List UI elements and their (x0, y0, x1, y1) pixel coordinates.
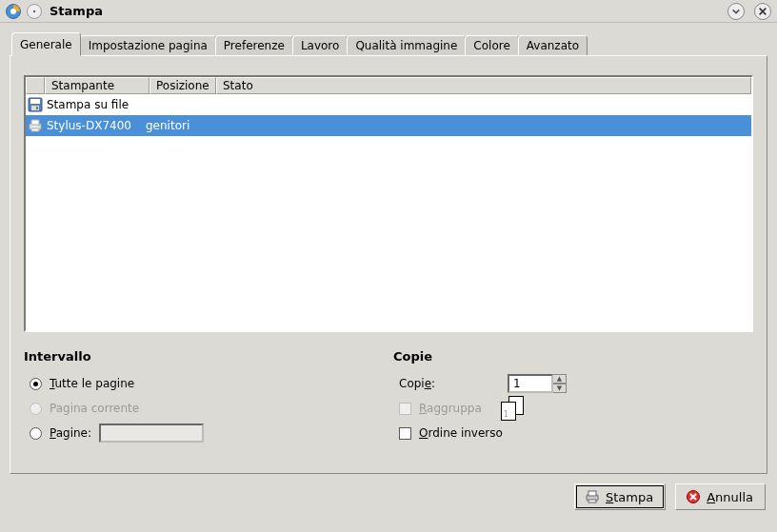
cancel-icon (686, 489, 701, 504)
printer-icon (585, 489, 600, 504)
tab-panel-general: Stampante Posizione Stato Stampa su file (10, 55, 767, 474)
svg-point-2 (33, 10, 35, 11)
col-state[interactable]: Stato (216, 77, 751, 94)
collate-label: Raggruppa (419, 402, 482, 415)
reverse-row[interactable]: Ordine inverso (393, 421, 753, 445)
range-pages[interactable]: Pagine: (24, 421, 384, 445)
cancel-button[interactable]: Annulla (675, 483, 766, 510)
collate-icon: 2 1 (501, 396, 526, 421)
printer-list[interactable]: Stampante Posizione Stato Stampa su file (24, 75, 753, 332)
range-group: Intervallo Tutte le pagine Pagina corren… (24, 349, 384, 445)
svg-rect-8 (31, 120, 39, 125)
copies-group: Copie Copie: ▲ ▼ Raggruppa 2 (393, 349, 753, 445)
copies-input[interactable] (508, 374, 553, 393)
tab-image-quality[interactable]: Qualità immagine (347, 35, 466, 55)
svg-rect-9 (31, 128, 39, 131)
print-button-label: Stampa (606, 490, 653, 504)
col-location[interactable]: Posizione (149, 77, 216, 94)
tab-preferences[interactable]: Preferenze (215, 35, 293, 55)
window-title: Stampa (50, 4, 103, 18)
svg-rect-12 (588, 491, 596, 496)
save-to-file-icon (28, 97, 43, 112)
copies-heading: Copie (393, 349, 753, 364)
printer-list-body: Stampa su file Stylus-DX7400 genitori (26, 94, 751, 136)
dialog-body: Generale Impostazione pagina Preferenze … (0, 23, 777, 518)
radio-icon (30, 403, 42, 415)
printer-list-header: Stampante Posizione Stato (26, 77, 751, 94)
print-button[interactable]: Stampa (574, 483, 666, 510)
range-all[interactable]: Tutte le pagine (24, 371, 384, 396)
svg-point-1 (10, 9, 16, 14)
reverse-label: Ordine inverso (419, 426, 503, 440)
svg-rect-6 (36, 107, 38, 109)
col-icon[interactable] (26, 77, 45, 94)
svg-rect-4 (30, 99, 40, 104)
svg-point-10 (38, 125, 40, 127)
printer-location: genitori (146, 119, 189, 132)
spin-down[interactable]: ▼ (553, 384, 567, 393)
copies-label: Copie: (393, 377, 508, 390)
checkbox-icon (399, 403, 411, 415)
spin-up[interactable]: ▲ (553, 374, 567, 384)
printer-icon (28, 118, 43, 133)
cancel-button-label: Annulla (707, 490, 753, 504)
range-pages-label: Pagine: (50, 426, 91, 440)
radio-icon (30, 427, 42, 440)
printer-row[interactable]: Stylus-DX7400 genitori (26, 115, 751, 136)
printer-name: Stampa su file (47, 98, 129, 111)
checkbox-icon (399, 427, 411, 440)
app-icon (6, 4, 21, 19)
range-heading: Intervallo (24, 349, 384, 364)
range-all-label: Tutte le pagine (50, 377, 134, 390)
tab-color[interactable]: Colore (465, 35, 518, 55)
copies-spinner[interactable]: ▲ ▼ (508, 374, 567, 393)
tab-advanced[interactable]: Avanzato (518, 35, 588, 55)
radio-icon (30, 378, 42, 390)
tab-bar: Generale Impostazione pagina Preferenze … (10, 32, 767, 55)
tab-job[interactable]: Lavoro (292, 35, 349, 55)
shade-button[interactable] (27, 4, 42, 19)
minimize-button[interactable] (727, 3, 745, 20)
pages-input[interactable] (99, 424, 204, 443)
svg-rect-13 (588, 500, 596, 502)
printer-name: Stylus-DX7400 (47, 119, 142, 132)
tab-general[interactable]: Generale (11, 32, 81, 56)
dialog-buttons: Stampa Annulla (10, 483, 767, 510)
range-current: Pagina corrente (24, 396, 384, 421)
printer-row[interactable]: Stampa su file (26, 94, 751, 115)
collate-row: Raggruppa 2 1 (393, 396, 753, 421)
close-button[interactable] (754, 3, 771, 20)
titlebar: Stampa (0, 0, 777, 23)
tab-page-setup[interactable]: Impostazione pagina (80, 35, 216, 55)
range-current-label: Pagina corrente (50, 402, 139, 415)
col-printer[interactable]: Stampante (45, 77, 149, 94)
